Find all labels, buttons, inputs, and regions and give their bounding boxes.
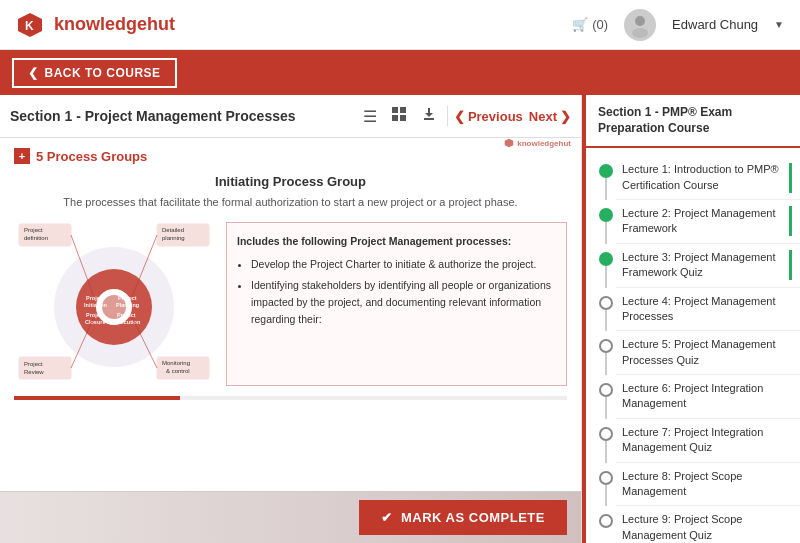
- lecture-item[interactable]: Lecture 5: Project Management Processes …: [586, 331, 800, 375]
- svg-rect-10: [428, 108, 430, 116]
- process-box-icon: +: [14, 148, 30, 164]
- back-bar: ❮ BACK TO COURSE: [0, 50, 800, 95]
- svg-text:Project: Project: [24, 361, 43, 367]
- list-item: Develop the Project Charter to initiate …: [251, 256, 556, 273]
- svg-rect-6: [392, 115, 398, 121]
- svg-text:Planning: Planning: [116, 302, 139, 308]
- lecture-label: Lecture 8: Project Scope Management: [622, 469, 792, 500]
- timeline-dot: [599, 252, 613, 266]
- next-button[interactable]: Next ❯: [529, 109, 571, 124]
- svg-text:Closure: Closure: [85, 319, 105, 325]
- back-to-course-button[interactable]: ❮ BACK TO COURSE: [12, 58, 177, 88]
- timeline-dot: [599, 427, 613, 441]
- timeline-col: [596, 244, 616, 288]
- lecture-content: Lecture 7: Project Integration Managemen…: [616, 419, 800, 463]
- svg-text:Review: Review: [24, 369, 44, 375]
- bottom-bar: ✔ MARK AS COMPLETE: [0, 491, 581, 543]
- svg-text:Detailed: Detailed: [162, 227, 184, 233]
- lecture-label: Lecture 6: Project Integration Managemen…: [622, 381, 792, 412]
- right-sidebar: Section 1 - PMP® Exam Preparation Course…: [582, 95, 800, 543]
- watermark: knowledgehut: [504, 138, 571, 148]
- lecture-list: Lecture 1: Introduction to PMP® Certific…: [586, 148, 800, 543]
- lecture-label: Lecture 7: Project Integration Managemen…: [622, 425, 792, 456]
- timeline-col: [596, 463, 616, 507]
- lecture-label: Lecture 1: Introduction to PMP® Certific…: [622, 162, 785, 193]
- chevron-down-icon: ▼: [774, 19, 784, 30]
- lecture-item[interactable]: Lecture 6: Project Integration Managemen…: [586, 375, 800, 419]
- timeline-dot: [599, 383, 613, 397]
- info-list: Develop the Project Charter to initiate …: [237, 256, 556, 327]
- lecture-item[interactable]: Lecture 3: Project Management Framework …: [586, 244, 800, 288]
- svg-text:Project: Project: [24, 227, 43, 233]
- grid-view-button[interactable]: [387, 102, 411, 130]
- logo-text: knowledgehut: [54, 14, 175, 35]
- mark-complete-button[interactable]: ✔ MARK AS COMPLETE: [359, 500, 567, 535]
- lecture-item[interactable]: Lecture 7: Project Integration Managemen…: [586, 419, 800, 463]
- svg-rect-7: [400, 115, 406, 121]
- timeline-line: [605, 310, 607, 332]
- timeline-dot: [599, 164, 613, 178]
- svg-text:planning: planning: [162, 235, 185, 241]
- svg-point-2: [635, 16, 645, 26]
- download-icon: [421, 107, 437, 123]
- lecture-item[interactable]: Lecture 2: Project Management Framework: [586, 200, 800, 244]
- timeline-line: [605, 397, 607, 419]
- svg-text:definition: definition: [24, 235, 48, 241]
- svg-text:Monitoring: Monitoring: [162, 360, 190, 366]
- timeline-col: [596, 419, 616, 463]
- sidebar-header: Section 1 - PMP® Exam Preparation Course: [586, 95, 800, 148]
- logo-icon: K: [16, 11, 44, 39]
- lecture-content: Lecture 2: Project Management Framework: [616, 200, 800, 244]
- lecture-label: Lecture 5: Project Management Processes …: [622, 337, 792, 368]
- next-arrow-icon: ❯: [560, 109, 571, 124]
- lecture-content: Lecture 6: Project Integration Managemen…: [616, 375, 800, 419]
- back-arrow-icon: ❮: [28, 66, 39, 80]
- lecture-label: Lecture 3: Project Management Framework …: [622, 250, 785, 281]
- avatar: [624, 9, 656, 41]
- timeline-line: [605, 178, 607, 200]
- timeline-line: [605, 222, 607, 244]
- completed-bar: [789, 163, 792, 193]
- hamburger-menu-button[interactable]: ☰: [359, 103, 381, 130]
- left-panel: Section 1 - Project Management Processes…: [0, 95, 582, 543]
- lecture-item[interactable]: Lecture 8: Project Scope Management: [586, 463, 800, 507]
- lecture-item[interactable]: Lecture 1: Introduction to PMP® Certific…: [586, 156, 800, 200]
- download-button[interactable]: [417, 103, 441, 130]
- timeline-dot: [599, 471, 613, 485]
- svg-text:Project: Project: [86, 295, 105, 301]
- svg-rect-8: [424, 118, 434, 120]
- mark-complete-label: MARK AS COMPLETE: [401, 510, 545, 525]
- lecture-content: Lecture 3: Project Management Framework …: [616, 244, 800, 288]
- lecture-item[interactable]: Lecture 4: Project Management Processes: [586, 288, 800, 332]
- header-left: K knowledgehut: [16, 11, 175, 39]
- timeline-col: [596, 331, 616, 375]
- process-groups-title: + 5 Process Groups knowledgehut: [14, 148, 567, 164]
- lecture-item[interactable]: Lecture 9: Project Scope Management Quiz: [586, 506, 800, 543]
- completed-bar: [789, 206, 792, 236]
- lecture-content: Lecture 5: Project Management Processes …: [616, 331, 800, 375]
- timeline-dot: [599, 296, 613, 310]
- grid-icon: [391, 106, 407, 122]
- lecture-label: Lecture 2: Project Management Framework: [622, 206, 785, 237]
- lecture-content: Lecture 8: Project Scope Management: [616, 463, 800, 507]
- svg-marker-11: [505, 139, 514, 148]
- timeline-col: [596, 156, 616, 200]
- svg-text:Project: Project: [118, 295, 137, 301]
- timeline-line: [605, 485, 607, 507]
- initiating-title: Initiating Process Group: [14, 174, 567, 189]
- lecture-label: Lecture 4: Project Management Processes: [622, 294, 792, 325]
- previous-button[interactable]: ❮ Previous: [454, 109, 523, 124]
- list-item: Identifying stakeholders by identifying …: [251, 277, 556, 327]
- timeline-line: [605, 441, 607, 463]
- cart-button[interactable]: 🛒(0): [572, 17, 608, 32]
- prev-arrow-icon: ❮: [454, 109, 465, 124]
- lecture-content: Lecture 9: Project Scope Management Quiz: [616, 506, 800, 543]
- process-diagram: Project definition Detailed planning Pro…: [14, 222, 214, 386]
- timeline-dot: [599, 339, 613, 353]
- diagram-area: Project definition Detailed planning Pro…: [14, 222, 567, 386]
- initiating-subtitle: The processes that facilitate the formal…: [14, 195, 567, 210]
- timeline-dot: [599, 208, 613, 222]
- svg-text:& control: & control: [166, 368, 190, 374]
- user-name: Edward Chung: [672, 17, 758, 32]
- lecture-label: Lecture 9: Project Scope Management Quiz: [622, 512, 792, 543]
